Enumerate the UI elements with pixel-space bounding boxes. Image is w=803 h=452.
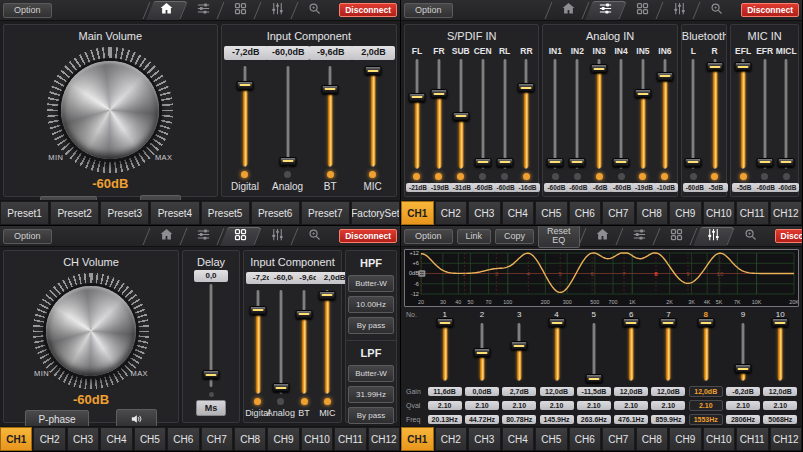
main-volume-knob[interactable]: [61, 61, 159, 159]
fader-handle[interactable]: [735, 364, 752, 373]
fader-handle[interactable]: [511, 341, 528, 350]
fader-handle[interactable]: [623, 318, 640, 327]
channel-tab-ch6[interactable]: CH6: [167, 427, 199, 451]
fader-handle[interactable]: [697, 318, 714, 327]
option-button[interactable]: Option: [3, 229, 52, 244]
channel-tab-ch9[interactable]: CH9: [669, 427, 702, 451]
fader-handle[interactable]: [473, 348, 490, 357]
eq-curve-graph[interactable]: 2345678910+12+60dB-6-1220304050701002003…: [404, 249, 799, 307]
fader[interactable]: [757, 57, 772, 171]
channel-tab-ch7[interactable]: CH7: [201, 427, 233, 451]
fader[interactable]: [735, 321, 751, 383]
channel-tab-ch10[interactable]: CH10: [703, 427, 736, 451]
preset-tab[interactable]: Preset1: [0, 201, 49, 225]
fader-handle[interactable]: [756, 158, 773, 167]
fader[interactable]: [736, 57, 751, 171]
lpf-freq-button[interactable]: 31.99Hz: [348, 386, 394, 403]
fader[interactable]: [474, 321, 490, 383]
channel-tab-ch12[interactable]: CH12: [770, 201, 803, 225]
fader[interactable]: [519, 57, 534, 171]
channel-tab-ch8[interactable]: CH8: [636, 427, 669, 451]
hpf-freq-button[interactable]: 10.00Hz: [348, 296, 394, 313]
fader[interactable]: [779, 57, 794, 171]
fader-handle[interactable]: [436, 318, 453, 327]
fader[interactable]: [497, 57, 512, 171]
fader-handle[interactable]: [236, 81, 253, 90]
fader-handle[interactable]: [319, 291, 336, 300]
fader[interactable]: [250, 288, 266, 396]
fader-handle[interactable]: [272, 383, 289, 392]
channel-tab-ch11[interactable]: CH11: [736, 427, 769, 451]
fader[interactable]: [322, 64, 338, 169]
fader-handle[interactable]: [548, 318, 565, 327]
channel-tab-ch4[interactable]: CH4: [502, 427, 535, 451]
option-button[interactable]: Option: [404, 229, 453, 244]
fader-handle[interactable]: [735, 62, 752, 71]
fader-handle[interactable]: [613, 158, 630, 167]
channel-tab-ch1[interactable]: CH1: [401, 201, 434, 225]
fader-handle[interactable]: [656, 72, 673, 81]
delay-unit-button[interactable]: Ms: [196, 400, 227, 416]
nav-tab-tools[interactable]: [732, 226, 769, 246]
channel-tab-ch6[interactable]: CH6: [569, 201, 602, 225]
fader[interactable]: [657, 57, 672, 171]
fader[interactable]: [319, 288, 335, 396]
fader[interactable]: [586, 321, 602, 383]
channel-volume-knob[interactable]: [46, 286, 136, 376]
fader-handle[interactable]: [706, 62, 723, 71]
hpf-bypass-button[interactable]: By pass: [348, 317, 394, 334]
fader-handle[interactable]: [496, 158, 513, 167]
disconnect-button[interactable]: Disconnect: [339, 3, 397, 18]
fader[interactable]: [772, 321, 788, 383]
link-button[interactable]: Link: [457, 229, 492, 244]
nav-tab-tools[interactable]: [296, 226, 333, 246]
channel-tab-ch9[interactable]: CH9: [267, 427, 299, 451]
fader-handle[interactable]: [547, 158, 564, 167]
fader-handle[interactable]: [474, 158, 491, 167]
reset-eq-button[interactable]: Reset EQ: [538, 226, 580, 248]
fader[interactable]: [273, 288, 289, 396]
fader-handle[interactable]: [430, 89, 447, 98]
option-button[interactable]: Option: [404, 3, 453, 18]
fader[interactable]: [296, 288, 312, 396]
fader-handle[interactable]: [364, 66, 381, 75]
channel-tab-ch7[interactable]: CH7: [602, 427, 635, 451]
disconnect-button[interactable]: Disconnect: [741, 3, 799, 18]
channel-tab-ch3[interactable]: CH3: [468, 427, 501, 451]
channel-tab-ch10[interactable]: CH10: [703, 201, 736, 225]
fader-handle[interactable]: [452, 112, 469, 121]
preset-tab[interactable]: FactorySet: [351, 201, 400, 225]
channel-tab-ch4[interactable]: CH4: [100, 427, 132, 451]
fader[interactable]: [548, 57, 563, 171]
preset-tab[interactable]: Preset3: [100, 201, 149, 225]
channel-tab-ch5[interactable]: CH5: [535, 201, 568, 225]
fader[interactable]: [511, 321, 527, 383]
fader-handle[interactable]: [203, 370, 220, 379]
fader[interactable]: [437, 321, 453, 383]
fader-handle[interactable]: [296, 310, 313, 319]
option-button[interactable]: Option: [3, 3, 52, 18]
lpf-type-button[interactable]: Butter-W: [348, 365, 394, 382]
fader-handle[interactable]: [634, 89, 651, 98]
preset-tab[interactable]: Preset2: [50, 201, 99, 225]
nav-tab-tools[interactable]: [296, 0, 333, 20]
copy-button[interactable]: Copy: [495, 229, 534, 244]
disconnect-button[interactable]: Disconnect: [339, 229, 397, 244]
channel-tab-ch11[interactable]: CH11: [736, 201, 769, 225]
fader-handle[interactable]: [249, 306, 266, 315]
fader-handle[interactable]: [778, 158, 795, 167]
fader-handle[interactable]: [660, 318, 677, 327]
channel-tab-ch2[interactable]: CH2: [435, 427, 468, 451]
fader[interactable]: [660, 321, 676, 383]
channel-tab-ch9[interactable]: CH9: [669, 201, 702, 225]
fader[interactable]: [635, 57, 650, 171]
channel-tab-ch5[interactable]: CH5: [134, 427, 166, 451]
channel-tab-ch3[interactable]: CH3: [67, 427, 99, 451]
fader[interactable]: [409, 57, 424, 171]
fader[interactable]: [365, 64, 381, 169]
fader[interactable]: [614, 57, 629, 171]
fader[interactable]: [698, 321, 714, 383]
disconnect-button[interactable]: Disconnect: [775, 229, 803, 244]
fader[interactable]: [237, 64, 253, 169]
fader[interactable]: [623, 321, 639, 383]
